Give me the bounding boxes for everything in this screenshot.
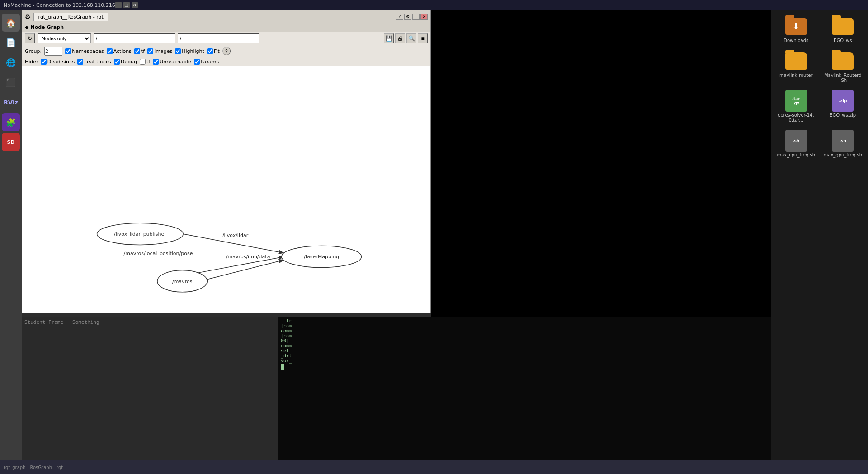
file-panel-content: ⬇ Downloads EGO_ws mavlink-router bbox=[771, 10, 868, 460]
file-item-gpu-sh[interactable]: .sh max_gpu_freq.sh bbox=[821, 128, 865, 159]
downloads-folder-icon: ⬇ bbox=[785, 15, 807, 37]
ego-ws-folder-icon bbox=[832, 15, 854, 37]
rqt-tab[interactable]: rqt_graph__RosGraph - rqt bbox=[33, 13, 108, 21]
sidebar-icon-browser[interactable]: 🌐 bbox=[2, 53, 20, 71]
sh-visual: .sh bbox=[785, 130, 807, 152]
edge-label-livox: /livox/lidar bbox=[222, 232, 249, 238]
zip-label: EGO_ws.zip bbox=[830, 113, 856, 118]
check-highlight[interactable]: Highlight bbox=[175, 48, 204, 54]
rqt-minimize-btn[interactable]: _ bbox=[412, 14, 420, 20]
folder-visual bbox=[785, 52, 807, 70]
file-item-downloads[interactable]: ⬇ Downloads bbox=[774, 14, 818, 45]
folder-visual bbox=[832, 52, 854, 70]
left-sidebar: 🏠 📄 🌐 ⬛ RViz 🧩 SD bbox=[0, 10, 22, 460]
term-line-1: Student Frame Something bbox=[24, 318, 275, 326]
maximize-button[interactable]: □ bbox=[123, 2, 130, 8]
left-terminal-area: Student Frame Something bbox=[22, 317, 278, 460]
graph-svg: /livox/lidar /mavros/local_position/pose… bbox=[22, 66, 430, 313]
term-line-vox: vox_ bbox=[281, 358, 768, 363]
hide-label: Hide: bbox=[25, 59, 38, 65]
sh-visual: .sh bbox=[832, 130, 854, 152]
group-label: Group: bbox=[25, 48, 42, 54]
mavlink-folder-icon bbox=[785, 50, 807, 72]
term-line-drl: _drl bbox=[281, 353, 768, 358]
group-input[interactable] bbox=[44, 47, 62, 56]
toolbar-row1: ↻ Nodes only Nodes/Topics (all) 💾 🖨 🔍 ■ bbox=[22, 32, 430, 45]
term-line-tr: t tr bbox=[281, 318, 768, 323]
node-mavros-label: /mavros bbox=[172, 279, 193, 284]
sidebar-icon-rviz[interactable]: RViz bbox=[2, 93, 20, 111]
edge-label-local-pos: /mavros/local_position/pose bbox=[124, 251, 193, 256]
graph-area[interactable]: /livox/lidar /mavros/local_position/pose… bbox=[22, 66, 430, 313]
taskbar: rqt_graph__RosGraph - rqt bbox=[0, 460, 868, 474]
check-dead-sinks[interactable]: Dead sinks bbox=[41, 59, 75, 65]
toolbar-row2: Group: Namespaces Actions tf Images High… bbox=[22, 45, 430, 57]
panel-title: Node Graph bbox=[30, 24, 64, 30]
term-line-set: set bbox=[281, 348, 768, 353]
file-item-cpu-sh[interactable]: .sh max_cpu_freq.sh bbox=[774, 128, 818, 159]
namespace-filter-input[interactable] bbox=[94, 33, 175, 43]
file-item-ego-ws[interactable]: EGO_ws bbox=[821, 14, 865, 45]
cpu-sh-label: max_cpu_freq.sh bbox=[777, 152, 815, 157]
term-line-00: 00] bbox=[281, 338, 768, 343]
mavlink-router-label: mavlink-router bbox=[779, 73, 813, 78]
term-line-comm2: comm bbox=[281, 343, 768, 348]
check-fit[interactable]: Fit bbox=[207, 48, 220, 54]
check-debug[interactable]: Debug bbox=[114, 59, 137, 65]
check-images[interactable]: Images bbox=[147, 48, 172, 54]
term-line-com1: [com bbox=[281, 323, 768, 328]
check-actions[interactable]: Actions bbox=[107, 48, 132, 54]
check-leaf-topics[interactable]: Leaf topics bbox=[77, 59, 111, 65]
ceres-icon: .tar.gz bbox=[785, 90, 807, 112]
print-button[interactable]: 🖨 bbox=[395, 33, 405, 43]
nomachine-titlebar: NoMachine - Connection to 192.168.110.21… bbox=[0, 0, 868, 10]
right-terminal-area: t tr [com comm [com 00] comm set _drl vo… bbox=[278, 317, 771, 460]
sidebar-icon-home[interactable]: 🏠 bbox=[2, 14, 20, 32]
minimize-button[interactable]: — bbox=[115, 2, 122, 8]
node-livox-label: /livox_lidar_publisher bbox=[114, 231, 166, 237]
folder-visual bbox=[832, 18, 854, 35]
edge-label-imu: /mavros/imu/data bbox=[226, 254, 270, 260]
file-panel: ⬇ Downloads EGO_ws mavlink-router bbox=[771, 10, 868, 460]
refresh-button[interactable]: ↻ bbox=[25, 33, 35, 43]
sidebar-icon-plugin[interactable]: 🧩 bbox=[2, 113, 20, 131]
check-unreachable[interactable]: Unreachable bbox=[153, 59, 191, 65]
rqt-window-controls: ? ⚙ _ ✕ bbox=[396, 14, 428, 20]
ceres-label: ceres-solver-14.0.tar... bbox=[776, 113, 816, 123]
help-button[interactable]: ? bbox=[222, 47, 231, 55]
check-params[interactable]: Params bbox=[194, 59, 219, 65]
rqt-info-btn[interactable]: ? bbox=[396, 14, 403, 20]
node-graph-panel: ◆ Node Graph ↻ Nodes only Nodes/Topics (… bbox=[22, 23, 430, 313]
rqt-settings-btn[interactable]: ⚙ bbox=[404, 14, 411, 20]
file-item-mavlink-router[interactable]: mavlink-router bbox=[774, 48, 818, 85]
term-line-com2: [com bbox=[281, 333, 768, 338]
sidebar-icon-terminal[interactable]: ⬛ bbox=[2, 73, 20, 91]
cpu-sh-icon: .sh bbox=[785, 130, 807, 152]
file-item-ceres[interactable]: .tar.gz ceres-solver-14.0.tar... bbox=[774, 88, 818, 124]
highlight-filter-input[interactable] bbox=[178, 33, 259, 43]
zip-icon: .zip bbox=[832, 90, 854, 112]
file-item-mavlink-sh[interactable]: Mavlink_Routerd_Sh bbox=[821, 48, 865, 85]
close-button[interactable]: ✕ bbox=[132, 2, 138, 8]
check-namespaces[interactable]: Namespaces bbox=[65, 48, 104, 54]
rqt-close-btn[interactable]: ✕ bbox=[420, 14, 428, 20]
stop-button[interactable]: ■ bbox=[418, 33, 428, 43]
rqt-window: ⚙ rqt_graph__RosGraph - rqt ? ⚙ _ ✕ ◆ No… bbox=[22, 10, 431, 313]
ego-ws-label: EGO_ws bbox=[834, 38, 852, 43]
sidebar-icon-sd[interactable]: SD bbox=[2, 133, 20, 151]
term-cursor bbox=[281, 364, 284, 370]
mavlink-sh-folder-icon bbox=[832, 50, 854, 72]
downloads-label: Downloads bbox=[783, 38, 808, 43]
folder-visual: ⬇ bbox=[785, 18, 807, 35]
file-item-zip[interactable]: .zip EGO_ws.zip bbox=[821, 88, 865, 124]
filter-select[interactable]: Nodes only Nodes/Topics (all) bbox=[38, 33, 91, 43]
zoom-button[interactable]: 🔍 bbox=[406, 33, 416, 43]
window-controls: — □ ✕ bbox=[115, 2, 138, 8]
check-tf-hide[interactable]: tf bbox=[140, 59, 150, 65]
left-terminal-text: Student Frame Something bbox=[24, 318, 275, 326]
term-line-comm1: comm bbox=[281, 328, 768, 333]
check-tf[interactable]: tf bbox=[134, 48, 145, 54]
sidebar-icon-files[interactable]: 📄 bbox=[2, 33, 20, 52]
save-button[interactable]: 💾 bbox=[384, 33, 394, 43]
gz-visual: .tar.gz bbox=[785, 90, 807, 112]
